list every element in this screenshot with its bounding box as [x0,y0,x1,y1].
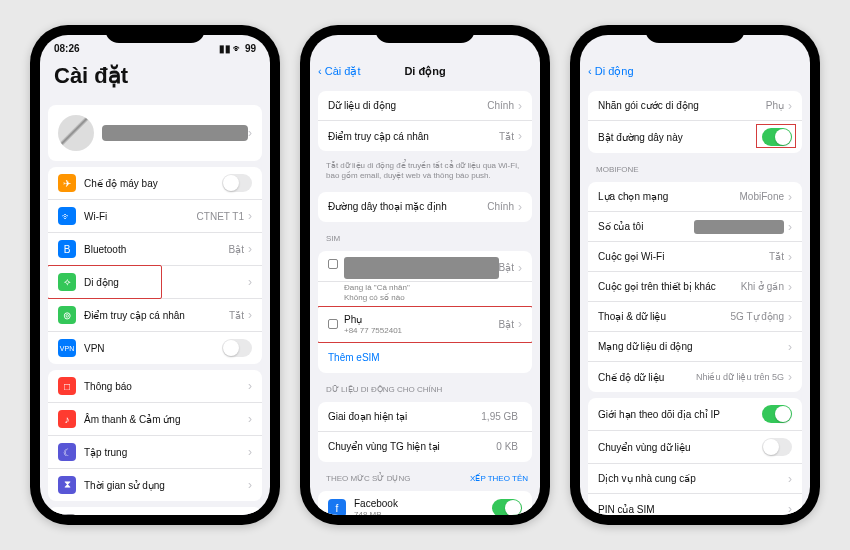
data-section: DỮ LIỆU DI ĐỘNG CHO CHÍNH [310,379,540,396]
sim-section: SIM [310,228,540,245]
sound-label: Âm thanh & Cảm ứng [84,414,248,425]
redacted-number [694,220,784,234]
wifi-value: CTNET T1 [197,211,244,222]
airplane-icon: ✈ [58,174,76,192]
period-row: Giai đoạn hiện tại1,95 GB [318,402,532,432]
data-roaming-toggle[interactable] [762,438,792,456]
airplane-label: Chế độ máy bay [84,178,222,189]
sim-primary-sub: Đang là "Cá nhân"Không có số nào [318,282,532,307]
sound-icon: ♪ [58,410,76,428]
notifications-icon: □ [58,377,76,395]
bluetooth-icon: B [58,240,76,258]
hotspot-icon: ⊚ [58,306,76,324]
data-roaming-row[interactable]: Chuyển vùng dữ liệu [588,431,802,464]
focus-icon: ☾ [58,443,76,461]
hotspot-value: Tắt [229,310,244,321]
bluetooth-value: Bật [229,244,244,255]
data-off-note: Tắt dữ liệu di động để truyền tất cả dữ … [310,157,540,186]
ip-limit-toggle[interactable] [762,405,792,423]
notifications-row[interactable]: □ Thông báo › [48,370,262,403]
chevron-right-icon: › [248,242,252,256]
label: Điểm truy cập cá nhân [328,131,499,142]
back-button[interactable]: ‹ Cài đặt [318,65,360,78]
back-button[interactable]: ‹ Di động [588,65,634,78]
chevron-right-icon: › [248,308,252,322]
notch [375,25,475,43]
notch [105,25,205,43]
airplane-row[interactable]: ✈ Chế độ máy bay [48,167,262,200]
wifi-icon: ᯤ [58,207,76,225]
sim-secondary-row[interactable]: Phụ+84 77 7552401 Bật› [318,307,532,343]
chevron-right-icon: › [248,275,252,289]
chevron-right-icon: › [248,379,252,393]
wifi-row[interactable]: ᯤ Wi-Fi CTNET T1 › [48,200,262,233]
data-network-row[interactable]: Mạng dữ liệu di động› [588,332,802,362]
voice-data-row[interactable]: Thoại & dữ liệu5G Tự động› [588,302,802,332]
general-row[interactable]: ⚙ Cài đặt chung › [48,507,262,515]
nav-header: ‹ Di động [580,57,810,85]
bluetooth-row[interactable]: B Bluetooth Bật › [48,233,262,266]
chevron-right-icon: › [248,126,252,140]
phone-settings: 08:26 ▮▮ᯤ99 Cài đặt › ✈ Chế độ máy bay [30,25,280,525]
enable-line-row[interactable]: Bật đường dây này [588,121,802,153]
antenna-icon: ⟡ [58,273,76,291]
apple-id-row[interactable]: › [48,105,262,161]
focus-label: Tập trung [84,447,248,458]
wifi-label: Wi-Fi [84,211,197,222]
redacted-sim [344,257,499,279]
status-icons: ▮▮ᯤ99 [217,43,256,54]
sim-icon [328,319,338,329]
wifi-calling-row[interactable]: Cuộc gọi Wi-FiTắt› [588,242,802,272]
sim-primary-row[interactable]: Bật› [318,251,532,282]
facebook-icon: f [328,499,346,515]
add-esim-row[interactable]: Thêm eSIM [318,343,532,373]
nav-header: ‹ Cài đặt Di động [310,57,540,85]
app-usage-row[interactable]: f Facebook748 MB [318,491,532,515]
network-row[interactable]: Lựa chọn mạngMobiFone› [588,182,802,212]
sound-row[interactable]: ♪ Âm thanh & Cảm ứng › [48,403,262,436]
roaming-row: Chuyển vùng TG hiện tại0 KB [318,432,532,462]
chevron-right-icon: › [248,209,252,223]
redacted-name [102,125,248,141]
header-title: Di động [404,65,445,78]
cellular-data-row[interactable]: Dữ liệu di động Chính› [318,91,532,121]
phone-line: ‹ Di động Nhãn gói cước di độngPhụ› Bật … [570,25,820,525]
vpn-icon: VPN [58,339,76,357]
hotspot-row[interactable]: Điểm truy cập cá nhân Tắt› [318,121,532,151]
screentime-row[interactable]: ⧗ Thời gian sử dụng › [48,469,262,501]
hotspot-label: Điểm truy cập cá nhân [84,310,229,321]
my-number-row[interactable]: Số của tôi› [588,212,802,242]
focus-row[interactable]: ☾ Tập trung › [48,436,262,469]
carrier-services-row[interactable]: Dịch vụ nhà cung cấp› [588,464,802,494]
data-mode-row[interactable]: Chế độ dữ liệuNhiều dữ liệu trên 5G› [588,362,802,392]
vpn-label: VPN [84,343,222,354]
notifications-label: Thông báo [84,381,248,392]
chevron-right-icon: › [248,445,252,459]
carrier-section: MOBIFONE [580,159,810,176]
sort-link[interactable]: XẾP THEO TÊN [470,474,528,483]
vpn-row[interactable]: VPN VPN [48,332,262,364]
chevron-right-icon: › [248,412,252,426]
other-devices-row[interactable]: Cuộc gọi trên thiết bị khácKhi ở gần› [588,272,802,302]
fb-toggle[interactable] [492,499,522,515]
vpn-toggle[interactable] [222,339,252,357]
chevron-right-icon: › [248,478,252,492]
gear-icon: ⚙ [58,514,76,515]
ip-limit-row[interactable]: Giới hạn theo dõi địa chỉ IP [588,398,802,431]
sim-icon [328,259,338,269]
default-voice-row[interactable]: Đường dây thoại mặc định Chính› [318,192,532,222]
add-esim-link[interactable]: Thêm eSIM [328,352,522,363]
hotspot-row[interactable]: ⊚ Điểm truy cập cá nhân Tắt › [48,299,262,332]
screentime-icon: ⧗ [58,476,76,494]
notch [645,25,745,43]
enable-line-toggle[interactable] [762,128,792,146]
airplane-toggle[interactable] [222,174,252,192]
phone-cellular: ‹ Cài đặt Di động Dữ liệu di động Chính›… [300,25,550,525]
avatar [58,115,94,151]
usage-section: THEO MỨC SỬ DỤNG XẾP THEO TÊN [310,468,540,485]
label: Dữ liệu di động [328,100,487,111]
label: Đường dây thoại mặc định [328,201,487,212]
sim-pin-row[interactable]: PIN của SIM› [588,494,802,515]
plan-label-row[interactable]: Nhãn gói cước di độngPhụ› [588,91,802,121]
cellular-row[interactable]: ⟡ Di động › [48,266,262,299]
